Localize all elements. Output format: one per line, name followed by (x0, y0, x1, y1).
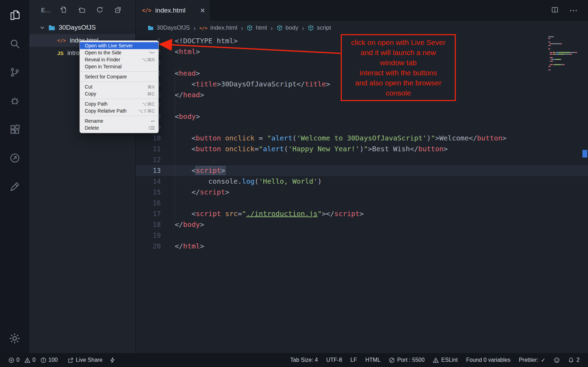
refresh-icon[interactable] (96, 6, 103, 15)
code-line-13[interactable]: 13 <script> (136, 165, 588, 176)
line-number[interactable]: 19 (136, 230, 161, 241)
code-line-12[interactable]: 12 (136, 154, 588, 165)
breadcrumb: 30DaysOfJS›</>index.html›html›body›scrip… (136, 21, 588, 35)
menu-item-label: Open to the Side (85, 50, 121, 55)
line-text: <head> (161, 68, 200, 79)
code-line-19[interactable]: 19 (136, 230, 588, 241)
line-number[interactable]: 13 (136, 165, 161, 176)
code-line-7[interactable]: 7 (136, 100, 588, 111)
menu-item-delete[interactable]: Delete⌫ (80, 124, 158, 131)
menu-item-copy-relative-path[interactable]: Copy Relative Path⌥⇧⌘C (80, 107, 158, 114)
menu-item-open-to-the-side[interactable]: Open to the Side^↩ (80, 49, 158, 56)
menu-item-label: Reveal in Finder (85, 57, 120, 62)
menu-item-reveal-in-finder[interactable]: Reveal in Finder⌥⌘R (80, 56, 158, 63)
breadcrumb-item-30daysofjs[interactable]: 30DaysOfJS (148, 24, 190, 31)
status-tab-size[interactable]: Tab Size: 4 (290, 357, 318, 363)
menu-item-select-for-compare[interactable]: Select for Compare (80, 73, 158, 80)
html-file-icon: </> (199, 24, 207, 31)
new-file-icon[interactable] (60, 6, 67, 15)
code-line-14[interactable]: 14 console.log('Hello, World') (136, 176, 588, 187)
status-language-mode[interactable]: HTML (365, 357, 381, 363)
menu-separator (80, 99, 158, 99)
context-menu: Open with Live ServerOpen to the Side^↩R… (80, 40, 159, 133)
code-line-18[interactable]: 18</body> (136, 219, 588, 230)
menu-separator (80, 71, 158, 72)
line-number[interactable]: 17 (136, 208, 161, 219)
status-live-server-port[interactable]: Port : 5500 (389, 357, 424, 363)
code-line-17[interactable]: 17 <script src="./introduction.js"></scr… (136, 208, 588, 219)
status-feedback-smiley[interactable] (554, 357, 560, 363)
line-number[interactable]: 15 (136, 187, 161, 198)
status-problems[interactable]: 0 0 100 (8, 357, 61, 363)
line-number[interactable]: 12 (136, 154, 161, 165)
settings-gear-icon[interactable] (0, 332, 29, 345)
pen-annotate-icon[interactable] (5, 176, 24, 197)
status-label: UTF-8 (326, 357, 342, 363)
status-variables[interactable]: Found 0 variables (466, 357, 510, 363)
minimap-line (548, 41, 580, 43)
new-folder-icon[interactable] (78, 6, 85, 15)
source-control-icon[interactable] (5, 62, 24, 82)
menu-item-rename[interactable]: Rename↩ (80, 117, 158, 124)
line-number[interactable]: 11 (136, 144, 161, 154)
menu-item-open-in-terminal[interactable]: Open in Terminal (80, 63, 158, 70)
breadcrumb-item-body[interactable]: body (277, 24, 299, 31)
tab-index-html[interactable]: </> index.html × (136, 0, 210, 21)
status-prettier[interactable]: Prettier:✓ (519, 357, 545, 364)
split-editor-icon[interactable] (551, 6, 559, 15)
line-number[interactable]: 16 (136, 198, 161, 208)
html-file-icon: </> (142, 7, 151, 14)
error-count: 0 (16, 357, 20, 363)
line-number[interactable]: 14 (136, 176, 161, 187)
breadcrumb-item-index-html[interactable]: </>index.html (199, 24, 237, 31)
code-line-11[interactable]: 11 <button onclick="alert('Happy New Yea… (136, 144, 588, 154)
minimap-line (548, 69, 580, 70)
line-number[interactable]: 10 (136, 133, 161, 144)
breadcrumb-item-script[interactable]: script (308, 24, 331, 31)
folder-name: 30DaysOfJS (59, 24, 96, 31)
minimap-line (548, 38, 580, 39)
line-text (161, 230, 175, 241)
status-label: 2 (576, 357, 580, 363)
folder-row-30daysofjs[interactable]: 30DaysOfJS (29, 21, 135, 34)
minimap[interactable] (548, 36, 580, 71)
explorer-icon[interactable] (5, 5, 24, 25)
run-debug-icon[interactable] (5, 91, 24, 111)
close-tab-icon[interactable]: × (200, 6, 205, 15)
code-line-10[interactable]: 10 <button onclick = "alert('Welcome to … (136, 133, 588, 144)
line-text: <title>30DaysOfJavaScript</title> (161, 79, 330, 90)
menu-item-label: Copy Relative Path (85, 108, 127, 114)
status-eol[interactable]: LF (350, 357, 357, 363)
live-share-icon[interactable] (5, 148, 24, 168)
minimap-line (548, 40, 580, 41)
info-count: 100 (48, 357, 58, 363)
line-text: </body> (161, 219, 204, 230)
extensions-icon[interactable] (5, 119, 24, 139)
code-line-20[interactable]: 20</html> (136, 241, 588, 252)
menu-item-copy[interactable]: Copy⌘C (80, 90, 158, 97)
status-encoding[interactable]: UTF-8 (326, 357, 342, 363)
annotation-line: console (342, 88, 454, 98)
lightning-icon[interactable] (110, 357, 115, 363)
code-line-8[interactable]: 8<body> (136, 111, 588, 122)
code-line-16[interactable]: 16 (136, 198, 588, 208)
breadcrumb-label: index.html (210, 24, 237, 31)
breadcrumb-item-html[interactable]: html (247, 24, 267, 31)
status-live-share[interactable]: Live Share (68, 357, 103, 363)
menu-item-shortcut: ^↩ (149, 50, 155, 55)
line-number[interactable]: 18 (136, 219, 161, 230)
minimap-line (548, 57, 580, 58)
status-eslint[interactable]: ESLint (433, 357, 458, 363)
menu-item-cut[interactable]: Cut⌘X (80, 83, 158, 90)
status-right: Tab Size: 4UTF-8LFHTMLPort : 5500ESLintF… (290, 357, 580, 364)
menu-item-copy-path[interactable]: Copy Path⌥⌘C (80, 100, 158, 107)
menu-item-label: Cut (85, 84, 92, 90)
collapse-all-icon[interactable] (114, 6, 121, 15)
line-number[interactable]: 20 (136, 241, 161, 252)
status-notifications[interactable]: 2 (568, 357, 580, 363)
search-icon[interactable] (5, 33, 24, 54)
code-line-15[interactable]: 15 </script> (136, 187, 588, 198)
code-line-9[interactable]: 9 (136, 122, 588, 133)
more-actions-icon[interactable]: ⋯ (569, 6, 578, 15)
menu-item-open-with-live-server[interactable]: Open with Live Server (80, 42, 158, 49)
